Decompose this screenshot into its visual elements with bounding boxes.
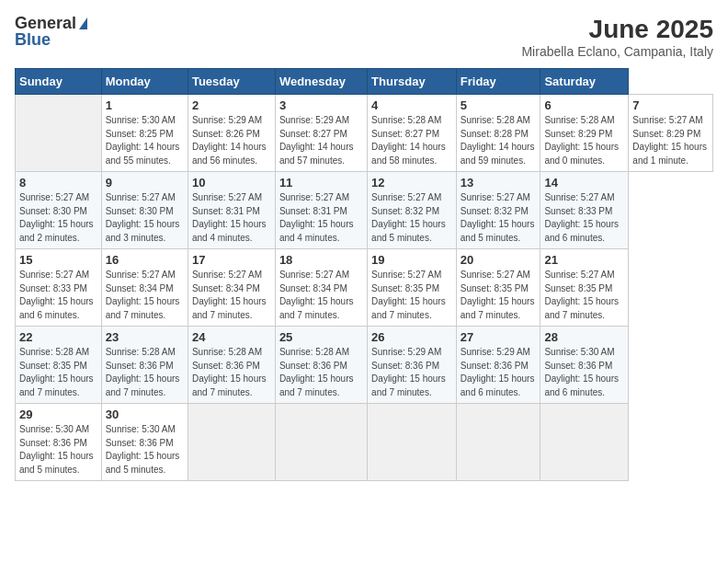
calendar-day-cell: 15Sunrise: 5:27 AM Sunset: 8:33 PM Dayli… bbox=[16, 249, 102, 327]
day-number: 28 bbox=[544, 330, 624, 344]
day-info: Sunrise: 5:30 AM Sunset: 8:25 PM Dayligh… bbox=[106, 114, 184, 167]
calendar-day-cell: 29Sunrise: 5:30 AM Sunset: 8:36 PM Dayli… bbox=[16, 404, 102, 481]
day-info: Sunrise: 5:27 AM Sunset: 8:30 PM Dayligh… bbox=[19, 191, 97, 245]
calendar-day-cell bbox=[188, 404, 275, 481]
day-number: 9 bbox=[106, 176, 184, 190]
calendar-day-cell: 21Sunrise: 5:27 AM Sunset: 8:35 PM Dayli… bbox=[540, 249, 629, 327]
day-number: 30 bbox=[106, 408, 184, 421]
day-number: 8 bbox=[19, 176, 97, 190]
calendar-day-cell: 18Sunrise: 5:27 AM Sunset: 8:34 PM Dayli… bbox=[275, 249, 367, 327]
day-number: 20 bbox=[461, 253, 537, 267]
calendar-day-cell bbox=[275, 404, 367, 481]
day-info: Sunrise: 5:27 AM Sunset: 8:35 PM Dayligh… bbox=[461, 269, 537, 322]
day-info: Sunrise: 5:28 AM Sunset: 8:27 PM Dayligh… bbox=[371, 114, 452, 167]
calendar-day-cell: 17Sunrise: 5:27 AM Sunset: 8:34 PM Dayli… bbox=[188, 249, 275, 327]
day-info: Sunrise: 5:28 AM Sunset: 8:35 PM Dayligh… bbox=[19, 346, 97, 399]
calendar-day-cell: 4Sunrise: 5:28 AM Sunset: 8:27 PM Daylig… bbox=[368, 95, 457, 172]
day-number: 22 bbox=[19, 330, 97, 344]
calendar-day-cell: 3Sunrise: 5:29 AM Sunset: 8:27 PM Daylig… bbox=[275, 95, 367, 172]
day-of-week-header: Sunday bbox=[16, 69, 102, 95]
calendar-day-cell: 5Sunrise: 5:28 AM Sunset: 8:28 PM Daylig… bbox=[456, 95, 540, 172]
calendar-day-cell: 20Sunrise: 5:27 AM Sunset: 8:35 PM Dayli… bbox=[456, 249, 540, 327]
day-number: 27 bbox=[461, 330, 537, 344]
day-of-week-header: Saturday bbox=[540, 69, 629, 95]
calendar-day-cell: 16Sunrise: 5:27 AM Sunset: 8:34 PM Dayli… bbox=[101, 249, 188, 327]
day-number: 4 bbox=[371, 98, 452, 112]
day-number: 11 bbox=[279, 176, 363, 190]
day-number: 2 bbox=[192, 98, 271, 112]
calendar-day-cell: 2Sunrise: 5:29 AM Sunset: 8:26 PM Daylig… bbox=[188, 95, 275, 172]
day-number: 25 bbox=[279, 330, 363, 344]
calendar-day-cell: 19Sunrise: 5:27 AM Sunset: 8:35 PM Dayli… bbox=[368, 249, 457, 327]
calendar-day-cell: 1Sunrise: 5:30 AM Sunset: 8:25 PM Daylig… bbox=[101, 95, 188, 172]
day-info: Sunrise: 5:27 AM Sunset: 8:33 PM Dayligh… bbox=[544, 191, 624, 245]
day-number: 3 bbox=[279, 98, 363, 112]
day-number: 29 bbox=[19, 408, 97, 421]
calendar-week-row: 8Sunrise: 5:27 AM Sunset: 8:30 PM Daylig… bbox=[16, 172, 713, 249]
day-of-week-header: Thursday bbox=[368, 69, 457, 95]
day-number: 24 bbox=[192, 330, 271, 344]
calendar-day-cell: 26Sunrise: 5:29 AM Sunset: 8:36 PM Dayli… bbox=[368, 327, 457, 404]
day-number: 18 bbox=[279, 253, 363, 267]
calendar-day-cell: 23Sunrise: 5:28 AM Sunset: 8:36 PM Dayli… bbox=[101, 327, 188, 404]
calendar-day-cell bbox=[456, 404, 540, 481]
day-info: Sunrise: 5:27 AM Sunset: 8:34 PM Dayligh… bbox=[279, 269, 363, 322]
calendar-day-cell: 24Sunrise: 5:28 AM Sunset: 8:36 PM Dayli… bbox=[188, 327, 275, 404]
day-info: Sunrise: 5:27 AM Sunset: 8:35 PM Dayligh… bbox=[544, 269, 624, 322]
day-info: Sunrise: 5:28 AM Sunset: 8:36 PM Dayligh… bbox=[279, 346, 363, 399]
title-block: June 2025 Mirabella Eclano, Campania, It… bbox=[521, 15, 713, 59]
day-info: Sunrise: 5:27 AM Sunset: 8:30 PM Dayligh… bbox=[106, 191, 184, 245]
day-info: Sunrise: 5:27 AM Sunset: 8:31 PM Dayligh… bbox=[279, 191, 363, 245]
day-number: 14 bbox=[544, 176, 624, 190]
calendar-day-cell: 12Sunrise: 5:27 AM Sunset: 8:32 PM Dayli… bbox=[368, 172, 457, 249]
calendar-day-cell: 10Sunrise: 5:27 AM Sunset: 8:31 PM Dayli… bbox=[188, 172, 275, 249]
day-number: 15 bbox=[19, 253, 97, 267]
logo-triangle-icon bbox=[79, 17, 87, 29]
day-number: 13 bbox=[461, 176, 537, 190]
day-info: Sunrise: 5:27 AM Sunset: 8:34 PM Dayligh… bbox=[106, 269, 184, 322]
day-info: Sunrise: 5:28 AM Sunset: 8:36 PM Dayligh… bbox=[192, 346, 271, 399]
day-number: 6 bbox=[544, 98, 624, 112]
day-number: 12 bbox=[371, 176, 452, 190]
calendar-day-cell: 28Sunrise: 5:30 AM Sunset: 8:36 PM Dayli… bbox=[540, 327, 629, 404]
day-info: Sunrise: 5:30 AM Sunset: 8:36 PM Dayligh… bbox=[544, 346, 624, 399]
day-info: Sunrise: 5:28 AM Sunset: 8:36 PM Dayligh… bbox=[106, 346, 184, 399]
calendar-day-cell bbox=[540, 404, 629, 481]
day-info: Sunrise: 5:29 AM Sunset: 8:36 PM Dayligh… bbox=[461, 346, 537, 399]
calendar-week-row: 1Sunrise: 5:30 AM Sunset: 8:25 PM Daylig… bbox=[16, 95, 713, 172]
day-of-week-header: Friday bbox=[456, 69, 540, 95]
calendar-day-cell: 25Sunrise: 5:28 AM Sunset: 8:36 PM Dayli… bbox=[275, 327, 367, 404]
day-of-week-header: Wednesday bbox=[275, 69, 367, 95]
day-info: Sunrise: 5:27 AM Sunset: 8:32 PM Dayligh… bbox=[371, 191, 452, 245]
day-number: 26 bbox=[371, 330, 452, 344]
day-number: 23 bbox=[106, 330, 184, 344]
day-info: Sunrise: 5:27 AM Sunset: 8:33 PM Dayligh… bbox=[19, 269, 97, 322]
calendar-day-cell: 22Sunrise: 5:28 AM Sunset: 8:35 PM Dayli… bbox=[16, 327, 102, 404]
calendar-day-cell: 14Sunrise: 5:27 AM Sunset: 8:33 PM Dayli… bbox=[540, 172, 629, 249]
calendar-day-cell: 27Sunrise: 5:29 AM Sunset: 8:36 PM Dayli… bbox=[456, 327, 540, 404]
day-info: Sunrise: 5:27 AM Sunset: 8:31 PM Dayligh… bbox=[192, 191, 271, 245]
calendar-day-cell: 6Sunrise: 5:28 AM Sunset: 8:29 PM Daylig… bbox=[540, 95, 629, 172]
day-info: Sunrise: 5:27 AM Sunset: 8:29 PM Dayligh… bbox=[632, 114, 709, 167]
calendar-day-cell: 8Sunrise: 5:27 AM Sunset: 8:30 PM Daylig… bbox=[16, 172, 102, 249]
day-number: 1 bbox=[106, 98, 184, 112]
logo: General Blue bbox=[15, 15, 87, 48]
day-info: Sunrise: 5:27 AM Sunset: 8:32 PM Dayligh… bbox=[461, 191, 537, 245]
day-of-week-header: Tuesday bbox=[188, 69, 275, 95]
logo-blue-text: Blue bbox=[15, 31, 51, 48]
day-info: Sunrise: 5:28 AM Sunset: 8:28 PM Dayligh… bbox=[461, 114, 537, 167]
day-number: 19 bbox=[371, 253, 452, 267]
calendar-day-cell: 9Sunrise: 5:27 AM Sunset: 8:30 PM Daylig… bbox=[101, 172, 188, 249]
calendar-week-row: 29Sunrise: 5:30 AM Sunset: 8:36 PM Dayli… bbox=[16, 404, 713, 481]
calendar-day-cell: 7Sunrise: 5:27 AM Sunset: 8:29 PM Daylig… bbox=[629, 95, 713, 172]
day-of-week-header: Monday bbox=[101, 69, 188, 95]
calendar-day-cell bbox=[368, 404, 457, 481]
day-number: 21 bbox=[544, 253, 624, 267]
day-info: Sunrise: 5:30 AM Sunset: 8:36 PM Dayligh… bbox=[106, 423, 184, 477]
day-info: Sunrise: 5:27 AM Sunset: 8:35 PM Dayligh… bbox=[371, 269, 452, 322]
day-info: Sunrise: 5:29 AM Sunset: 8:36 PM Dayligh… bbox=[371, 346, 452, 399]
month-title: June 2025 bbox=[521, 15, 713, 44]
day-info: Sunrise: 5:28 AM Sunset: 8:29 PM Dayligh… bbox=[544, 114, 624, 167]
day-number: 5 bbox=[461, 98, 537, 112]
day-number: 7 bbox=[632, 98, 709, 112]
